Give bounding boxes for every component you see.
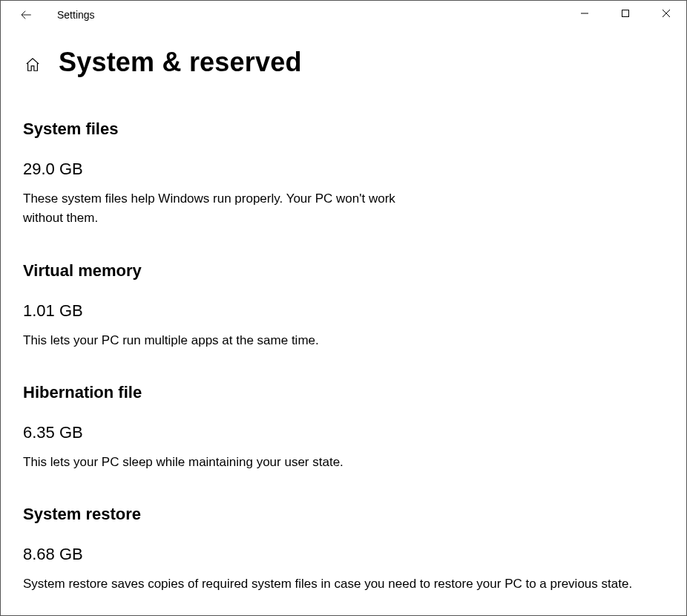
maximize-icon: [621, 9, 630, 18]
close-icon: [662, 9, 671, 18]
section-title: System files: [23, 119, 664, 139]
section-title: Hibernation file: [23, 383, 664, 402]
section-description: These system files help Windows run prop…: [23, 189, 438, 229]
section-description: This lets your PC sleep while maintainin…: [23, 453, 661, 472]
window-title: Settings: [57, 9, 95, 21]
section-virtual-memory: Virtual memory 1.01 GB This lets your PC…: [23, 261, 664, 350]
section-description: This lets your PC run multiple apps at t…: [23, 331, 661, 350]
svg-rect-1: [622, 10, 628, 17]
section-system-restore: System restore 8.68 GB System restore sa…: [23, 505, 664, 594]
section-title: Virtual memory: [23, 261, 664, 281]
section-description: System restore saves copies of required …: [23, 574, 661, 594]
section-system-files: System files 29.0 GB These system files …: [23, 119, 664, 229]
section-hibernation-file: Hibernation file 6.35 GB This lets your …: [23, 383, 664, 472]
minimize-icon: [580, 9, 589, 18]
content-area: System & reserved System files 29.0 GB T…: [1, 29, 686, 594]
section-title: System restore: [23, 505, 664, 524]
arrow-left-icon: [19, 8, 33, 22]
close-button[interactable]: [645, 1, 686, 26]
titlebar-left: Settings: [17, 6, 95, 24]
section-size: 29.0 GB: [23, 160, 664, 179]
window-controls: [564, 1, 686, 29]
page-title: System & reserved: [59, 47, 302, 78]
back-button[interactable]: [17, 6, 35, 24]
titlebar: Settings: [1, 1, 686, 29]
section-size: 6.35 GB: [23, 423, 664, 442]
maximize-button[interactable]: [605, 1, 645, 26]
home-icon: [24, 56, 41, 73]
home-button[interactable]: [23, 55, 42, 74]
section-size: 1.01 GB: [23, 301, 664, 321]
minimize-button[interactable]: [564, 1, 605, 26]
section-size: 8.68 GB: [23, 545, 664, 564]
page-header: System & reserved: [23, 47, 664, 78]
